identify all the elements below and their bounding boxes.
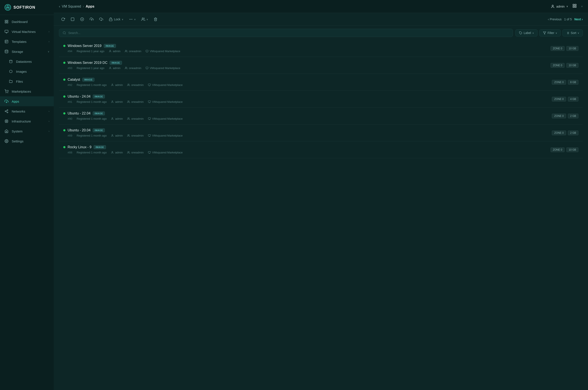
user-menu[interactable]: admin ∨ [551,4,568,8]
app-item-left: Ubuntu - 24.04 IMAGE #91 Registered 1 mo… [63,95,183,103]
app-id: #93 [68,66,72,70]
back-btn[interactable]: ‹ [59,4,60,8]
svg-line-48 [65,34,66,34]
user-meta-icon [109,50,112,52]
download-icon [99,17,103,21]
app-group: oneadmin [125,66,141,70]
refresh-button[interactable] [59,16,67,23]
svg-rect-7 [5,40,8,43]
app-marketplace: VMsquared Marketplace [148,83,183,87]
app-item-left: Windows Server 2019 DC IMAGE #93 Registe… [63,61,180,70]
previous-page-button[interactable]: ‹ Previous [548,17,562,21]
app-item-right: ZONE 0 2 GB [552,114,579,118]
app-marketplace: VMsquared Marketplace [148,134,183,137]
search-input[interactable] [68,31,509,35]
sidebar-item-files[interactable]: Files [0,76,54,86]
import-button[interactable] [88,16,96,23]
sidebar-item-templates[interactable]: Templates › [0,37,54,47]
marketplace-meta-icon [148,134,151,137]
sidebar-item-marketplaces[interactable]: Marketplaces [0,86,54,96]
sidebar-item-storage[interactable]: Storage ∨ [0,47,54,56]
svg-rect-4 [5,22,6,23]
grid-view-btn[interactable] [572,4,577,9]
app-zone: ZONE 0 [550,147,565,152]
status-dot [63,112,65,114]
create-button[interactable] [78,16,86,23]
group-meta-icon [125,50,128,52]
header-chevron-down-icon: ∨ [581,5,583,8]
svg-point-15 [7,110,8,111]
svg-rect-35 [575,6,576,7]
breadcrumb-parent: VM Squared [62,4,81,8]
sidebar-item-infrastructure[interactable]: Infrastructure › [0,116,54,126]
app-badge: IMAGE [110,61,122,65]
filter-button[interactable]: Filter ∨ [539,29,561,37]
app-list-item[interactable]: Catalyst IMAGE #92 Registered 1 month ag… [59,74,583,91]
svg-point-57 [110,50,111,51]
next-label: Next [574,17,581,21]
filter-chevron-down-icon: ∨ [555,32,557,34]
svg-rect-2 [5,20,6,21]
marketplace-meta-icon [146,50,148,52]
app-item-right: ZONE 0 2 GB [552,131,579,135]
sort-button[interactable]: Sort ∨ [562,29,583,37]
group-meta-icon [127,134,130,137]
app-list-item[interactable]: Ubuntu - 24.04 IMAGE #91 Registered 1 mo… [59,91,583,107]
app-list-item[interactable]: Rocky Linux - 9 IMAGE #88 Registered 1 m… [59,141,583,158]
svg-rect-6 [5,30,8,33]
svg-rect-32 [573,4,574,6]
export-button[interactable] [97,16,105,23]
app-id: #88 [68,151,72,154]
top-header: ‹ VM Squared › Apps admin ∨ ∨ [54,0,588,13]
sidebar-item-virtual-machines[interactable]: Virtual Machines › [0,27,54,37]
more-button[interactable]: ∨ [127,16,138,23]
svg-point-16 [5,111,6,112]
delete-button[interactable] [151,16,160,23]
svg-point-87 [112,151,113,152]
svg-point-13 [7,93,8,93]
app-registered: Registered 1 month ago [77,134,107,137]
filter-icon [543,31,546,35]
sidebar-item-apps[interactable]: Apps [0,96,54,106]
search-filter-bar: Label ∨ Filter ∨ Sort [54,26,588,40]
networks-icon [4,109,9,113]
sidebar-item-dashboard[interactable]: Dashboard [0,17,54,27]
sidebar-item-settings[interactable]: Settings [0,136,54,146]
app-id: #90 [68,117,72,120]
app-list-item[interactable]: Windows Server 2019 DC IMAGE #93 Registe… [59,57,583,74]
label-icon [519,31,522,35]
search-box [59,29,513,37]
app-list-item[interactable]: Windows Server 2019 IMAGE #94 Registered… [59,40,583,57]
user-chevron-down-icon: ∨ [566,5,568,8]
sidebar-item-datastores[interactable]: Datastores [0,56,54,66]
toolbar: Lock ∨ ∨ ∨ [54,13,588,26]
svg-point-68 [128,84,129,85]
sidebar-item-images[interactable]: Images [0,66,54,76]
sidebar-item-system[interactable]: System › [0,126,54,136]
select-button[interactable] [68,16,77,23]
app-user: admin [109,66,120,70]
breadcrumb: ‹ VM Squared › Apps [59,4,94,8]
group-button[interactable]: ∨ [139,16,150,23]
templates-icon [4,39,9,44]
app-list-item[interactable]: Ubuntu - 20.04 IMAGE #89 Registered 1 mo… [59,124,583,141]
marketplace-meta-icon [148,151,151,154]
next-page-button[interactable]: Next › [574,17,583,21]
label-filter-button[interactable]: Label ∨ [515,29,537,37]
sidebar-item-networks[interactable]: Networks › [0,106,54,116]
chevron-right-icon: › [49,30,49,33]
svg-rect-34 [573,6,574,7]
sidebar-item-system-label: System [12,129,46,133]
lock-button[interactable]: Lock ∨ [107,16,125,23]
app-user: admin [109,49,120,53]
chevron-right-icon: › [49,110,49,112]
app-list-item[interactable]: Ubuntu - 22.04 IMAGE #90 Registered 1 mo… [59,107,583,124]
sidebar-item-templates-label: Templates [12,40,46,44]
group-meta-icon [127,84,130,86]
infrastructure-icon [4,119,9,123]
app-marketplace: VMsquared Marketplace [148,100,183,103]
app-item-title: Catalyst IMAGE [63,78,183,82]
lock-icon [109,17,113,21]
group-meta-icon [127,100,130,103]
app-meta: #94 Registered 1 year ago admin oneadmin [63,49,180,53]
